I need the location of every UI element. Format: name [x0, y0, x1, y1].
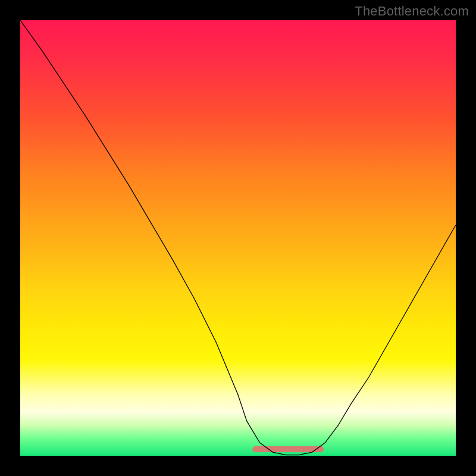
chart-svg [20, 20, 456, 456]
chart-plot-area [20, 20, 456, 456]
chart-curve [20, 20, 456, 455]
watermark-text: TheBottleneck.com [355, 4, 469, 19]
